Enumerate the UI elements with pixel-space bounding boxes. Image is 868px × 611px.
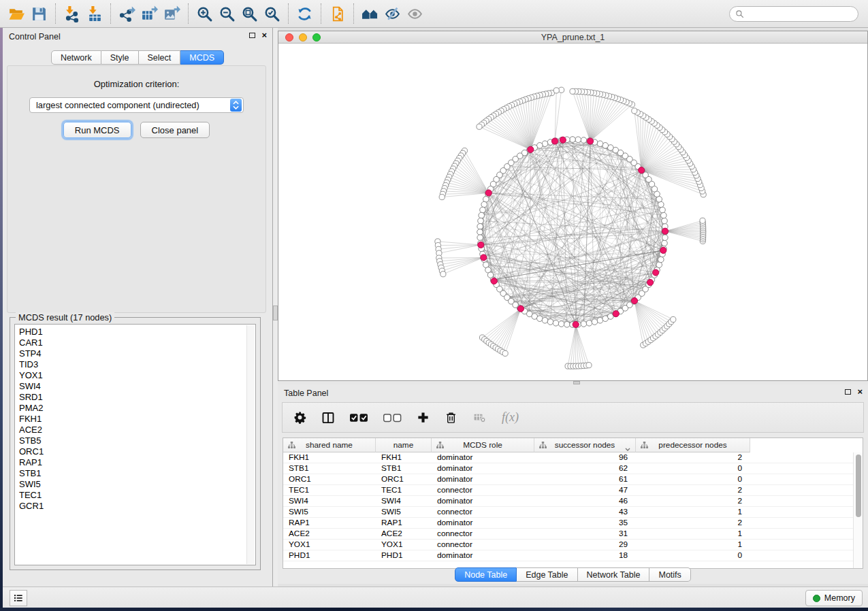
save-session-icon[interactable] xyxy=(28,3,50,24)
float-panel-icon[interactable] xyxy=(249,33,255,38)
table-row[interactable]: TEC1TEC1connector472 xyxy=(283,485,853,496)
mcds-result-item[interactable]: SWI4 xyxy=(19,381,243,392)
mcds-result-item[interactable]: ACE2 xyxy=(19,425,243,435)
column-layout-icon[interactable] xyxy=(321,411,335,425)
tab-edge-table[interactable]: Edge Table xyxy=(517,567,577,582)
run-mcds-button[interactable]: Run MCDS xyxy=(63,122,131,138)
close-panel-icon[interactable]: × xyxy=(261,32,267,39)
close-table-panel-icon[interactable]: × xyxy=(857,389,863,395)
table-scrollbar[interactable] xyxy=(853,452,863,568)
toolbar-separator xyxy=(288,3,289,24)
network-view-window: YPA_prune.txt_1 xyxy=(278,31,868,381)
mcds-result-item[interactable]: YOX1 xyxy=(19,370,243,381)
zoom-out-icon[interactable] xyxy=(216,3,238,24)
mcds-result-title: MCDS result (17 nodes) xyxy=(16,312,114,323)
table-row[interactable]: STB1STB1dominator620 xyxy=(283,463,853,474)
tab-node-table[interactable]: Node Table xyxy=(455,567,517,582)
mcds-result-item[interactable]: ORC1 xyxy=(19,446,243,457)
select-stepper-icon xyxy=(230,99,242,112)
search-input[interactable] xyxy=(748,9,853,18)
mcds-result-item[interactable]: SWI5 xyxy=(19,479,243,490)
close-panel-button[interactable]: Close panel xyxy=(140,122,210,138)
table-cell: dominator xyxy=(432,452,534,463)
criterion-select[interactable]: largest connected component (undirected) xyxy=(29,97,244,113)
main-toolbar xyxy=(0,0,868,28)
tab-motifs[interactable]: Motifs xyxy=(649,567,690,582)
column-header-name[interactable]: name xyxy=(376,438,432,452)
mcds-result-item[interactable]: RAP1 xyxy=(19,457,243,468)
table-cell: 18 xyxy=(534,550,636,561)
mcds-result-item[interactable]: SRD1 xyxy=(19,392,243,403)
criterion-value: largest connected component (undirected) xyxy=(36,100,199,110)
mcds-result-item[interactable]: GCR1 xyxy=(19,501,243,512)
table-row[interactable]: RAP1RAP1dominator352 xyxy=(283,518,853,529)
tab-style[interactable]: Style xyxy=(101,50,139,65)
tab-network[interactable]: Network xyxy=(51,50,101,65)
mcds-result-item[interactable]: CAR1 xyxy=(19,337,243,348)
hierarchy-icon xyxy=(539,442,547,451)
clone-network-icon[interactable] xyxy=(326,3,349,24)
column-header-predecessor-nodes[interactable]: predecessor nodes xyxy=(636,438,750,452)
zoom-selected-icon[interactable] xyxy=(261,3,283,24)
table-row[interactable]: YOX1YOX1connector291 xyxy=(283,540,853,550)
table-cell: dominator xyxy=(432,496,534,506)
search-field[interactable] xyxy=(729,6,858,22)
show-panels-list-button[interactable] xyxy=(10,590,27,606)
sort-indicator-icon[interactable] xyxy=(625,444,630,453)
table-cell: SWI5 xyxy=(283,507,376,517)
column-header-MCDS-role[interactable]: MCDS role xyxy=(432,438,534,452)
add-column-icon[interactable] xyxy=(417,411,430,424)
mcds-result-item[interactable]: PHD1 xyxy=(19,327,243,337)
mcds-result-item[interactable]: PMA2 xyxy=(19,403,243,414)
mcds-result-item[interactable]: TID3 xyxy=(19,359,243,370)
import-table-icon[interactable] xyxy=(83,3,106,24)
list-icon xyxy=(13,593,24,604)
export-image-icon[interactable] xyxy=(161,3,183,24)
import-network-icon[interactable] xyxy=(61,3,83,24)
export-table-icon[interactable] xyxy=(138,3,161,24)
export-network-icon[interactable] xyxy=(116,3,138,24)
table-row[interactable]: ACE2ACE2connector311 xyxy=(283,529,853,540)
tab-mcds[interactable]: MCDS xyxy=(180,50,224,65)
mcds-tab-content: Optimization criterion: largest connecte… xyxy=(7,65,266,313)
mcds-result-list[interactable]: PHD1CAR1STP4TID3YOX1SWI4SRD1PMA2FKH1ACE2… xyxy=(14,324,256,565)
table-cell: FKH1 xyxy=(283,452,376,463)
mcds-result-item[interactable]: STB1 xyxy=(19,468,243,479)
table-cell: connector xyxy=(432,507,534,517)
network-canvas[interactable] xyxy=(278,44,867,380)
vertical-splitter-grip[interactable] xyxy=(273,306,278,320)
column-header-shared-name[interactable]: shared name xyxy=(283,438,376,452)
mcds-result-item[interactable]: STP4 xyxy=(19,348,243,359)
zoom-in-icon[interactable] xyxy=(193,3,216,24)
table-row[interactable]: PHD1PHD1dominator180 xyxy=(283,550,853,561)
toolbar-separator xyxy=(110,3,111,24)
tab-select[interactable]: Select xyxy=(139,50,181,65)
vertical-splitter[interactable] xyxy=(273,28,278,587)
control-panel-titlebar: Control Panel × xyxy=(3,28,272,46)
table-scrollbar-thumb[interactable] xyxy=(856,455,861,517)
deselect-all-checkboxes-icon[interactable] xyxy=(383,412,402,423)
tab-network-table[interactable]: Network Table xyxy=(578,567,650,582)
network-graph[interactable] xyxy=(278,44,867,380)
home-icon[interactable] xyxy=(359,3,381,24)
select-all-checkboxes-icon[interactable] xyxy=(350,412,368,423)
mcds-result-item[interactable]: TEC1 xyxy=(19,490,243,501)
toolbar-separator xyxy=(188,3,189,24)
hide-panels-icon[interactable] xyxy=(381,3,404,24)
mcds-result-item[interactable]: STB5 xyxy=(19,435,243,446)
delete-column-icon[interactable] xyxy=(445,411,457,425)
table-settings-gear-icon[interactable] xyxy=(293,411,306,424)
table-row[interactable]: SWI5SWI5connector431 xyxy=(283,507,853,518)
mcds-result-item[interactable]: FKH1 xyxy=(19,414,243,425)
table-row[interactable]: FKH1FKH1dominator962 xyxy=(283,452,853,463)
table-row[interactable]: ORC1ORC1dominator610 xyxy=(283,474,853,485)
table-row[interactable]: SWI4SWI4dominator462 xyxy=(283,496,853,507)
refresh-icon[interactable] xyxy=(293,3,316,24)
desktop-background-bottom xyxy=(0,608,868,611)
mcds-list-scrollbar[interactable] xyxy=(246,325,255,564)
open-session-icon[interactable] xyxy=(5,3,28,24)
column-header-successor-nodes[interactable]: successor nodes xyxy=(534,438,636,452)
memory-button[interactable]: Memory xyxy=(805,590,863,606)
zoom-fit-icon[interactable] xyxy=(238,3,261,24)
float-table-panel-icon[interactable] xyxy=(845,389,851,395)
